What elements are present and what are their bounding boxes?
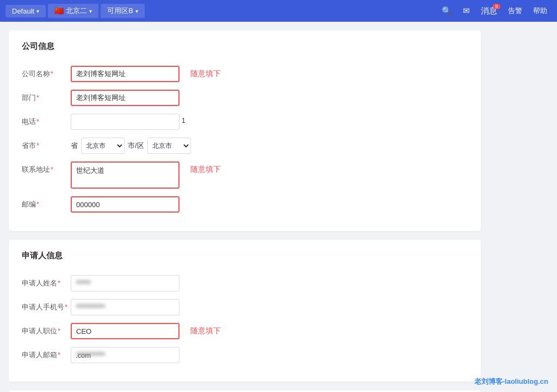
applicant-position-row: 申请人职位* 随意填下 <box>22 323 468 339</box>
zone-chevron: ▾ <box>135 8 138 14</box>
city-select[interactable]: 北京市 <box>147 138 191 154</box>
dept-row: 部门* <box>22 90 468 106</box>
province-controls: 省 北京市 市/区 北京市 <box>71 138 191 154</box>
main-content: 公司信息 公司名称* 随意填下 部门* 电话* 1 省 <box>0 22 490 392</box>
applicant-phone-row: 申请人手机号* ■■■■■■■■ <box>22 299 468 315</box>
company-name-input[interactable] <box>71 66 180 82</box>
phone-input[interactable] <box>71 114 180 130</box>
applicant-name-blurred: ■■■■ <box>76 278 91 285</box>
address-row: 联系地址* 世纪大道 随意填下 <box>22 161 468 189</box>
address-hint: 随意填下 <box>190 161 221 175</box>
region-btn[interactable]: 🇨🇳 北京二 ▾ <box>48 4 98 18</box>
address-input[interactable]: 世纪大道 <box>71 161 180 189</box>
dept-label: 部门* <box>22 90 71 103</box>
phone-label: 电话* <box>22 114 71 127</box>
default-label: Default <box>12 7 34 15</box>
zipcode-row: 邮编* <box>22 196 468 213</box>
phone-row: 电话* 1 <box>22 114 468 130</box>
region-chevron: ▾ <box>89 8 92 14</box>
notification-badge: 9 <box>493 4 500 9</box>
message-btn[interactable]: ✉ <box>459 4 474 18</box>
applicant-position-hint: 随意填下 <box>190 323 221 336</box>
applicant-name-label: 申请人姓名* <box>22 275 71 288</box>
phone-suffix: 1 <box>182 114 185 125</box>
help-btn[interactable]: 帮助 <box>529 4 552 18</box>
alert-btn[interactable]: 告警 <box>504 4 527 18</box>
zipcode-label: 邮编* <box>22 196 71 209</box>
applicant-email-row: 申请人邮箱* ■■■■■■■■ <box>22 347 468 363</box>
zipcode-input[interactable] <box>71 196 180 213</box>
region-label: 北京二 <box>66 6 87 16</box>
province-label: 省市* <box>22 138 71 151</box>
city-label: 市/区 <box>128 141 144 151</box>
default-chevron: ▾ <box>36 8 39 14</box>
applicant-position-label: 申请人职位* <box>22 323 71 336</box>
applicant-phone-label: 申请人手机号* <box>22 299 71 312</box>
zone-label: 可用区B <box>107 6 133 16</box>
province-prefix: 省 <box>71 141 78 151</box>
dept-input[interactable] <box>71 90 180 106</box>
applicant-section: 申请人信息 申请人姓名* ■■■■ 申请人手机号* ■■■■■■■■ 申请人职位… <box>9 240 481 382</box>
applicant-section-title: 申请人信息 <box>22 251 468 265</box>
default-env-btn[interactable]: Default ▾ <box>5 5 46 17</box>
applicant-email-label: 申请人邮箱* <box>22 347 71 360</box>
top-nav: Default ▾ 🇨🇳 北京二 ▾ 可用区B ▾ 🔍 ✉ 消息 9 告警 帮助 <box>0 0 557 22</box>
region-flag: 🇨🇳 <box>54 7 64 15</box>
applicant-position-input[interactable] <box>71 323 180 339</box>
company-name-hint: 随意填下 <box>190 66 221 79</box>
zone-btn[interactable]: 可用区B ▾ <box>101 4 145 18</box>
company-name-row: 公司名称* 随意填下 <box>22 66 468 82</box>
province-row: 省市* 省 北京市 市/区 北京市 <box>22 138 468 154</box>
company-name-label: 公司名称* <box>22 66 71 79</box>
applicant-phone-blurred: ■■■■■■■■ <box>76 302 105 309</box>
company-section-title: 公司信息 <box>22 41 468 56</box>
notification-btn[interactable]: 消息 9 <box>476 4 502 18</box>
search-btn[interactable]: 🔍 <box>437 4 456 18</box>
applicant-email-blurred: ■■■■■■■■ <box>76 350 105 357</box>
company-section: 公司信息 公司名称* 随意填下 部门* 电话* 1 省 <box>9 30 481 231</box>
applicant-name-row: 申请人姓名* ■■■■ <box>22 275 468 291</box>
watermark: 老刘博客-laoliublog.cn <box>474 377 549 387</box>
province-select[interactable]: 北京市 <box>81 138 125 154</box>
address-label: 联系地址* <box>22 161 71 175</box>
